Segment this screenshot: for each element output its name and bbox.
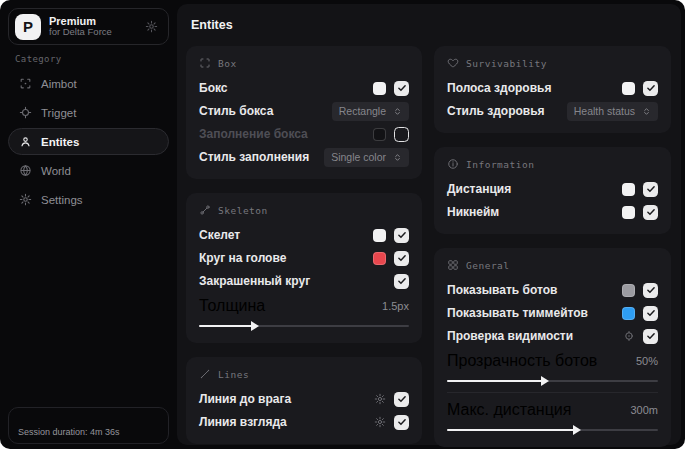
session-duration-box: Session duration: 4m 36s bbox=[8, 407, 169, 444]
checkbox[interactable] bbox=[394, 392, 409, 407]
color-swatch[interactable] bbox=[622, 82, 635, 95]
panel-column-right: Survivability Полоса здоровья Стиль здор… bbox=[434, 46, 671, 447]
color-swatch[interactable] bbox=[373, 229, 386, 242]
panel-title: General bbox=[466, 260, 510, 271]
setting-row-box-fill: Заполнение бокса bbox=[199, 124, 409, 144]
checkbox[interactable] bbox=[394, 415, 409, 430]
setting-row-distance: Дистанция bbox=[447, 179, 658, 199]
panel-lines: Lines Линия до врага Линия взгляда bbox=[186, 357, 422, 444]
bot-opacity-slider[interactable] bbox=[447, 380, 658, 382]
sidebar-item-label: Settings bbox=[41, 194, 83, 206]
slider-value: 1.5px bbox=[382, 300, 409, 312]
color-swatch[interactable] bbox=[373, 252, 386, 265]
slider-value: 300m bbox=[630, 404, 658, 416]
setting-row-box-style: Стиль бокса Rectangle bbox=[199, 101, 409, 121]
gear-icon[interactable] bbox=[374, 393, 386, 405]
slider-thumb[interactable] bbox=[251, 321, 259, 331]
box-frame-icon bbox=[199, 57, 211, 69]
category-label: Category bbox=[15, 54, 62, 64]
chevron-up-down-icon bbox=[393, 107, 402, 116]
checkbox[interactable] bbox=[643, 81, 658, 96]
fill-style-select[interactable]: Single color bbox=[324, 148, 409, 167]
app-window: P Premium for Delta Force Category Aimbo… bbox=[0, 0, 685, 449]
color-swatch[interactable] bbox=[622, 183, 635, 196]
panel-title: Box bbox=[218, 58, 237, 69]
sidebar-item-label: Trigget bbox=[41, 107, 76, 119]
checkbox[interactable] bbox=[394, 127, 409, 142]
chevron-up-down-icon bbox=[642, 107, 651, 116]
gear-icon[interactable] bbox=[145, 20, 158, 33]
panel-title: Lines bbox=[218, 369, 249, 380]
health-style-select[interactable]: Health status bbox=[567, 102, 658, 121]
heart-pulse-icon bbox=[447, 57, 459, 69]
sidebar: P Premium for Delta Force Category Aimbo… bbox=[0, 0, 177, 449]
sidebar-item-world[interactable]: World bbox=[8, 157, 169, 184]
diagonal-line-icon bbox=[199, 368, 211, 380]
setting-row-filled-circle: Закрашенный круг bbox=[199, 271, 409, 291]
panel-title: Survivability bbox=[466, 58, 547, 69]
color-swatch[interactable] bbox=[622, 307, 635, 320]
sidebar-item-settings[interactable]: Settings bbox=[8, 186, 169, 213]
setting-row-show-teammates: Показывать тиммейтов bbox=[447, 303, 658, 323]
checkbox[interactable] bbox=[394, 274, 409, 289]
main-content: Entites Box Бокс bbox=[177, 4, 681, 445]
slider-thumb[interactable] bbox=[573, 425, 581, 435]
session-duration-text: Session duration: 4m 36s bbox=[18, 427, 120, 437]
setting-row-box: Бокс bbox=[199, 78, 409, 98]
trigger-target-icon bbox=[19, 106, 32, 119]
sidebar-item-label: World bbox=[41, 165, 71, 177]
globe-icon bbox=[19, 164, 32, 177]
brand-subtitle: for Delta Force bbox=[49, 27, 137, 38]
page-title: Entites bbox=[191, 18, 233, 32]
checkbox[interactable] bbox=[394, 251, 409, 266]
checkbox[interactable] bbox=[394, 81, 409, 96]
setting-row-thickness: Толщина 1.5px bbox=[199, 297, 409, 327]
setting-row-max-distance: Макс. дистанция 300m bbox=[447, 401, 658, 431]
max-distance-slider[interactable] bbox=[447, 429, 658, 431]
bone-icon bbox=[199, 204, 211, 216]
box-style-select[interactable]: Rectangle bbox=[332, 102, 409, 121]
panel-column-left: Box Бокс Стиль бокса Rectangle bbox=[186, 46, 422, 444]
panel-title: Information bbox=[466, 159, 534, 170]
setting-row-show-bots: Показывать ботов bbox=[447, 280, 658, 300]
checkbox[interactable] bbox=[394, 228, 409, 243]
gear-icon[interactable] bbox=[374, 416, 386, 428]
setting-row-head-circle: Круг на голове bbox=[199, 248, 409, 268]
color-swatch[interactable] bbox=[622, 284, 635, 297]
checkbox[interactable] bbox=[643, 283, 658, 298]
color-swatch[interactable] bbox=[373, 128, 386, 141]
divider bbox=[447, 392, 658, 393]
checkbox[interactable] bbox=[643, 182, 658, 197]
checkbox[interactable] bbox=[643, 329, 658, 344]
brand-card: P Premium for Delta Force bbox=[8, 8, 169, 45]
panel-survivability: Survivability Полоса здоровья Стиль здор… bbox=[434, 46, 671, 133]
panel-title: Skeleton bbox=[218, 205, 268, 216]
sidebar-item-label: Entites bbox=[41, 136, 79, 148]
setting-row-enemy-line: Линия до врага bbox=[199, 389, 409, 409]
slider-value: 50% bbox=[636, 355, 658, 367]
checkbox[interactable] bbox=[643, 306, 658, 321]
setting-row-health-style: Стиль здоровья Health status bbox=[447, 101, 658, 121]
panel-general: General Показывать ботов Показывать тимм… bbox=[434, 248, 671, 447]
sidebar-item-aimbot[interactable]: Aimbot bbox=[8, 70, 169, 97]
panel-box: Box Бокс Стиль бокса Rectangle bbox=[186, 46, 422, 179]
color-swatch[interactable] bbox=[622, 206, 635, 219]
setting-row-health-bar: Полоса здоровья bbox=[447, 78, 658, 98]
setting-row-skeleton: Скелет bbox=[199, 225, 409, 245]
panel-skeleton: Skeleton Скелет Круг на голове bbox=[186, 193, 422, 343]
thickness-slider[interactable] bbox=[199, 325, 409, 327]
setting-row-bot-opacity: Прозрачность ботов 50% bbox=[447, 352, 658, 382]
sidebar-item-trigget[interactable]: Trigget bbox=[8, 99, 169, 126]
chevron-up-down-icon bbox=[393, 153, 402, 162]
slider-thumb[interactable] bbox=[541, 376, 549, 386]
visibility-target-icon[interactable] bbox=[623, 330, 635, 342]
setting-row-view-line: Линия взгляда bbox=[199, 412, 409, 432]
grid-icon bbox=[447, 259, 459, 271]
color-swatch[interactable] bbox=[373, 82, 386, 95]
aimbot-crosshair-icon bbox=[19, 77, 32, 90]
checkbox[interactable] bbox=[643, 205, 658, 220]
entities-person-icon bbox=[19, 135, 32, 148]
panel-information: Information Дистанция Никнейм bbox=[434, 147, 671, 234]
info-icon bbox=[447, 158, 459, 170]
sidebar-item-entites[interactable]: Entites bbox=[8, 128, 169, 155]
